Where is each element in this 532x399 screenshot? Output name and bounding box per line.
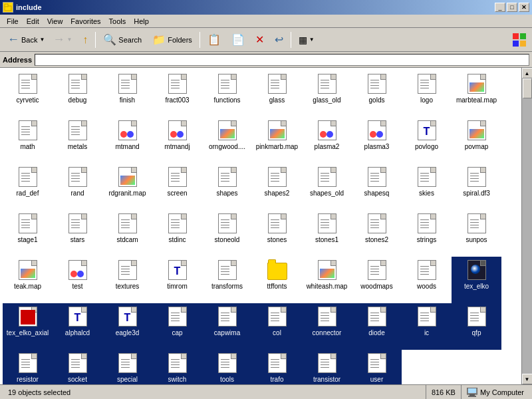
- file-item[interactable]: transforms: [202, 257, 252, 303]
- file-item[interactable]: stoneold: [202, 210, 252, 257]
- file-item[interactable]: trafo: [252, 350, 302, 384]
- file-item[interactable]: skies: [402, 164, 452, 210]
- file-icon-doc: [17, 166, 39, 188]
- close-button[interactable]: ✕: [519, 3, 529, 12]
- file-item[interactable]: shapes: [202, 164, 252, 210]
- file-item[interactable]: resistor: [3, 350, 53, 384]
- address-input[interactable]: [35, 54, 529, 66]
- scroll-up-button[interactable]: ▲: [522, 68, 533, 78]
- file-item[interactable]: tools: [202, 350, 252, 384]
- file-item[interactable]: plasma2: [302, 117, 352, 164]
- menu-favorites[interactable]: Favorites: [66, 16, 104, 27]
- file-item[interactable]: cap: [152, 303, 202, 350]
- file-item[interactable]: test: [53, 257, 102, 303]
- file-item[interactable]: pinkmarb.map: [252, 117, 302, 164]
- file-item[interactable]: shapes_old: [302, 164, 352, 210]
- file-item[interactable]: mtmand: [102, 117, 152, 164]
- file-item[interactable]: shapes2: [252, 164, 302, 210]
- back-button[interactable]: ← Back ▼: [3, 31, 47, 49]
- minimize-button[interactable]: _: [495, 3, 505, 12]
- file-item[interactable]: diode: [352, 303, 402, 350]
- search-button[interactable]: 🔍 Search: [98, 31, 146, 49]
- file-item[interactable]: golds: [352, 70, 402, 117]
- file-item[interactable]: stdinc: [152, 210, 202, 257]
- file-item[interactable]: debug: [53, 70, 102, 117]
- menu-view[interactable]: View: [43, 16, 67, 27]
- file-item[interactable]: glass: [252, 70, 302, 117]
- file-item[interactable]: logo: [402, 70, 452, 117]
- file-label: ic: [424, 329, 429, 337]
- file-item[interactable]: povmap: [452, 117, 501, 164]
- file-item[interactable]: stdcam: [102, 210, 152, 257]
- undo-button[interactable]: ↩: [270, 31, 288, 49]
- file-label: logo: [420, 96, 433, 104]
- file-item[interactable]: transistor: [302, 350, 352, 384]
- file-item[interactable]: socket: [53, 350, 102, 384]
- delete-button[interactable]: ✕: [251, 31, 269, 49]
- file-item[interactable]: textures: [102, 257, 152, 303]
- file-icon-doc: [366, 213, 388, 234]
- file-item[interactable]: tex_elko: [452, 257, 501, 303]
- file-item[interactable]: T povlogo: [402, 117, 452, 164]
- file-label: spiral.df3: [463, 190, 490, 198]
- file-item[interactable]: capwima: [202, 303, 252, 350]
- file-item[interactable]: stage1: [3, 210, 53, 257]
- file-item[interactable]: rdgranit.map: [102, 164, 152, 210]
- file-item[interactable]: shapesq: [352, 164, 402, 210]
- file-item[interactable]: ic: [402, 303, 452, 350]
- views-button[interactable]: ▦ ▼: [294, 31, 319, 49]
- file-icon-doc: [67, 213, 88, 234]
- menu-help[interactable]: Help: [130, 16, 153, 27]
- file-item[interactable]: woodmaps: [352, 257, 402, 303]
- file-item[interactable]: user: [352, 350, 402, 384]
- scrollbar[interactable]: ▲ ▼: [521, 68, 532, 384]
- copy-button[interactable]: 📄: [227, 31, 249, 49]
- file-item[interactable]: rad_def: [3, 164, 53, 210]
- separator-3: [291, 32, 291, 48]
- up-button[interactable]: ↑: [78, 31, 92, 49]
- file-item[interactable]: whiteash.map: [302, 257, 352, 303]
- menu-file[interactable]: File: [3, 16, 23, 27]
- file-item[interactable]: T timrom: [152, 257, 202, 303]
- file-item[interactable]: glass_old: [302, 70, 352, 117]
- file-item[interactable]: switch: [152, 350, 202, 384]
- file-item[interactable]: stones1: [302, 210, 352, 257]
- file-item[interactable]: screen: [152, 164, 202, 210]
- file-item[interactable]: T alphalcd: [53, 303, 102, 350]
- file-item[interactable]: stones: [252, 210, 302, 257]
- file-item[interactable]: functions: [202, 70, 252, 117]
- file-item[interactable]: marbteal.map: [452, 70, 501, 117]
- file-item[interactable]: connector: [302, 303, 352, 350]
- file-item[interactable]: math: [3, 117, 53, 164]
- menu-tools[interactable]: Tools: [105, 16, 130, 27]
- file-item[interactable]: stones2: [352, 210, 402, 257]
- file-item[interactable]: finish: [102, 70, 152, 117]
- file-item[interactable]: rand: [53, 164, 102, 210]
- scroll-down-button[interactable]: ▼: [522, 374, 533, 384]
- file-item[interactable]: qfp: [452, 303, 501, 350]
- move-button[interactable]: 📋: [203, 31, 225, 49]
- file-item[interactable]: cyrvetic: [3, 70, 53, 117]
- scrollbar-thumb[interactable]: [523, 78, 532, 98]
- file-item[interactable]: orngwood....: [202, 117, 252, 164]
- file-item[interactable]: T eagle3d: [102, 303, 152, 350]
- file-item[interactable]: fract003: [152, 70, 202, 117]
- file-item[interactable]: special: [102, 350, 152, 384]
- forward-button[interactable]: → ▼: [48, 31, 76, 49]
- file-item[interactable]: teak.map: [3, 257, 53, 303]
- file-item[interactable]: woods: [402, 257, 452, 303]
- file-item[interactable]: ttffonts: [252, 257, 302, 303]
- file-item[interactable]: strings: [402, 210, 452, 257]
- file-item[interactable]: tex_elko_axial: [3, 303, 53, 350]
- file-icon-doc: [217, 166, 238, 188]
- file-item[interactable]: plasma3: [352, 117, 402, 164]
- file-item[interactable]: spiral.df3: [452, 164, 501, 210]
- file-item[interactable]: metals: [53, 117, 102, 164]
- menu-edit[interactable]: Edit: [23, 16, 43, 27]
- file-item[interactable]: sunpos: [452, 210, 501, 257]
- maximize-button[interactable]: □: [507, 3, 517, 12]
- file-item[interactable]: mtmandj: [152, 117, 202, 164]
- file-item[interactable]: stars: [53, 210, 102, 257]
- folders-button[interactable]: 📁 Folders: [148, 31, 197, 49]
- file-item[interactable]: col: [252, 303, 302, 350]
